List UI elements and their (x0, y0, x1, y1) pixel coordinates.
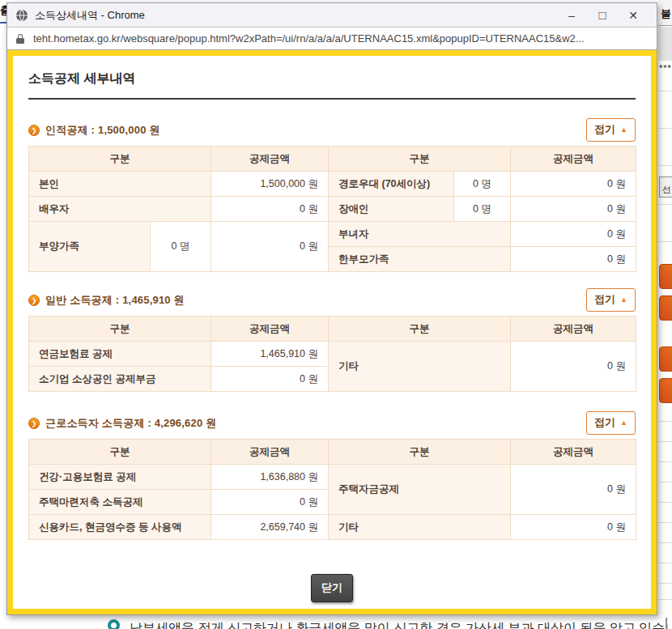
row-label: 소기업 소상공인 공제부금 (29, 367, 211, 392)
section-bullet-icon: ❯ (28, 295, 40, 306)
row-amount: 0 원 (211, 197, 329, 222)
close-button[interactable]: 닫기 (311, 574, 353, 602)
notice-bullet-icon (108, 619, 120, 629)
row-amount: 0 원 (511, 172, 636, 197)
collapse-button-personal[interactable]: 접기 ▲ (586, 118, 636, 142)
row-label: 신용카드, 현금영수증 등 사용액 (29, 515, 211, 540)
row-amount: 0 원 (511, 247, 636, 272)
window-controls: – □ ✕ (556, 3, 649, 28)
column-header: 구분 (329, 147, 511, 172)
table-row: 건강·고용보험료 공제 1,636,880 원 주택자금공제 0 원 (29, 465, 636, 490)
background-row-line (658, 241, 672, 242)
row-amount: 1,465,910 원 (211, 342, 329, 367)
section-header-personal: ❯ 인적공제 : 1,500,000 원 접기 ▲ (28, 119, 636, 141)
background-row-line (658, 204, 672, 205)
column-header: 구분 (329, 317, 511, 342)
background-row-line (658, 165, 672, 166)
background-row-line (658, 522, 672, 523)
close-window-button[interactable]: ✕ (618, 3, 649, 28)
table-row: 배우자 0 원 장애인 0 명 0 원 (29, 197, 636, 222)
background-bottom-strip: 납부세액을 적게 신고하거나 환급세액을 많이 신고한 경우 가산세 부과 대상… (0, 618, 672, 629)
row-count: 0 명 (151, 222, 211, 272)
section-title: 일반 소득공제 : 1,465,910 원 (45, 293, 185, 308)
row-amount: 0 원 (511, 515, 636, 540)
background-row-line (658, 563, 672, 563)
row-label: 한부모가족 (329, 247, 511, 272)
background-row-line (658, 128, 672, 129)
globe-icon (15, 9, 28, 22)
window-title: 소득상세내역 - Chrome (35, 8, 145, 23)
row-amount: 2,659,740 원 (211, 515, 329, 540)
triangle-up-icon: ▲ (620, 125, 627, 134)
table-header-row: 구분 공제금액 구분 공제금액 (29, 440, 636, 465)
background-right-gray-block (658, 27, 672, 61)
table-header-row: 구분 공제금액 구분 공제금액 (29, 317, 636, 342)
background-row-line (658, 542, 672, 543)
column-header: 구분 (29, 147, 211, 172)
table-row: 연금보험료 공제 1,465,910 원 기타 0 원 (29, 342, 636, 367)
row-amount: 0 원 (511, 465, 636, 515)
minimize-button[interactable]: – (556, 3, 587, 28)
background-select-button[interactable]: 선 (659, 176, 672, 198)
table-row: 신용카드, 현금영수증 등 사용액 2,659,740 원 기타 0 원 (29, 515, 636, 540)
row-amount: 0 원 (511, 197, 636, 222)
url-text[interactable]: teht.hometax.go.kr/websquare/popup.html?… (33, 32, 585, 45)
row-amount: 0 원 (211, 490, 329, 515)
row-label: 주택마련저축 소득공제 (29, 490, 211, 515)
lock-icon[interactable] (15, 32, 27, 45)
triangle-up-icon: ▲ (620, 419, 627, 427)
background-orange-button[interactable] (659, 378, 672, 403)
row-amount: 1,500,000 원 (211, 172, 329, 197)
background-row-line (658, 502, 672, 503)
table-row: 본인 1,500,000 원 경로우대 (70세이상) 0 명 0 원 (29, 172, 636, 197)
general-deduction-table: 구분 공제금액 구분 공제금액 연금보험료 공제 1,465,910 원 기타 … (28, 316, 636, 392)
section-bullet-icon: ❯ (28, 125, 40, 136)
background-notice-text: 납부세액을 적게 신고하거나 환급세액을 많이 신고한 경우 가산세 부과 대상… (130, 620, 672, 629)
column-header: 구분 (29, 317, 211, 342)
row-amount: 0 원 (211, 367, 329, 392)
row-label: 경로우대 (70세이상) (329, 172, 454, 197)
background-orange-button[interactable] (659, 264, 672, 289)
collapse-label: 접기 (594, 292, 615, 307)
section-bullet-icon: ❯ (28, 418, 40, 429)
row-amount: 0 원 (511, 342, 636, 392)
collapse-button-wage[interactable]: 접기 ▲ (586, 411, 636, 435)
background-orange-button[interactable] (659, 346, 672, 372)
column-header: 구분 (29, 440, 211, 465)
collapse-label: 접기 (594, 122, 615, 137)
background-row-line (658, 461, 672, 462)
background-row-line (658, 583, 672, 584)
row-label: 기타 (329, 515, 511, 540)
row-count: 0 명 (454, 197, 511, 222)
row-label: 연금보험료 공제 (29, 342, 211, 367)
background-right-strip: 불 *** 선 (658, 0, 672, 629)
column-header: 공제금액 (511, 440, 636, 465)
background-right-text: 불 (658, 0, 672, 26)
page-title: 소득공제 세부내역 (28, 70, 636, 100)
row-label: 배우자 (29, 197, 211, 222)
column-header: 공제금액 (511, 147, 636, 172)
row-amount: 1,636,880 원 (211, 465, 329, 490)
row-amount: 0 원 (211, 222, 329, 272)
row-label: 주택자금공제 (329, 465, 511, 515)
background-corner-line (666, 618, 667, 629)
address-bar[interactable]: teht.hometax.go.kr/websquare/popup.html?… (7, 28, 657, 50)
section-title: 근로소득자 소득공제 : 4,296,620 원 (45, 416, 216, 431)
wage-deduction-table: 구분 공제금액 구분 공제금액 건강·고용보험료 공제 1,636,880 원 … (28, 439, 636, 540)
window-titlebar[interactable]: 소득상세내역 - Chrome – □ ✕ (7, 3, 657, 28)
background-row-line (658, 441, 672, 442)
maximize-button[interactable]: □ (587, 3, 618, 28)
background-masked-value: *** (659, 63, 672, 73)
popup-content: 소득공제 세부내역 ❯ 인적공제 : 1,500,000 원 접기 ▲ 구분 공… (7, 50, 657, 614)
collapse-button-general[interactable]: 접기 ▲ (586, 288, 636, 312)
section-header-wage: ❯ 근로소득자 소득공제 : 4,296,620 원 접기 ▲ (28, 412, 636, 434)
triangle-up-icon: ▲ (620, 295, 627, 304)
personal-deduction-table: 구분 공제금액 구분 공제금액 본인 1,500,000 원 경로우대 (70세… (28, 146, 636, 272)
background-row-line (658, 91, 672, 91)
column-header: 공제금액 (211, 147, 329, 172)
section-header-general: ❯ 일반 소득공제 : 1,465,910 원 접기 ▲ (28, 289, 636, 311)
background-orange-button[interactable] (659, 295, 672, 321)
row-label: 부녀자 (329, 222, 511, 247)
background-row-line (658, 482, 672, 482)
row-label: 기타 (329, 342, 511, 392)
